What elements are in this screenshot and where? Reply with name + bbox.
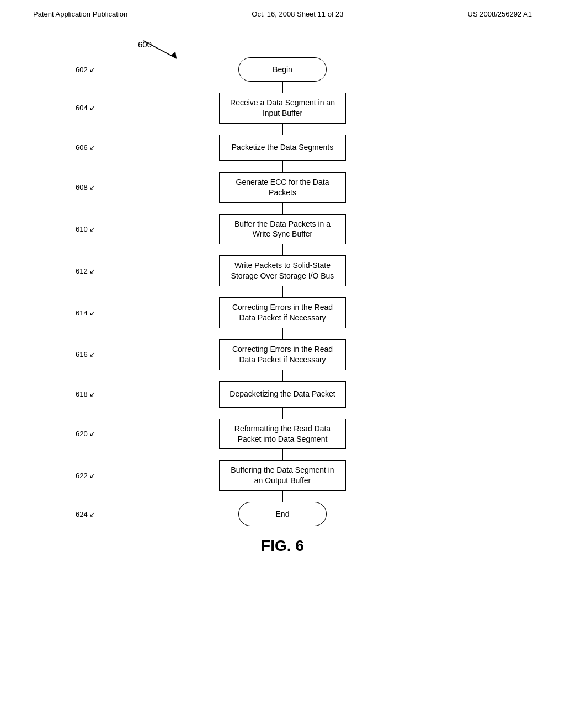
node-box-612: Write Packets to Solid-StateStorage Over… <box>219 255 346 286</box>
label-602: 602 ↙ <box>76 66 95 74</box>
connector-608-610 <box>282 203 283 214</box>
node-box-608: Generate ECC for the DataPackets <box>219 172 346 203</box>
label-622: 622 ↙ <box>76 472 95 480</box>
node-box-614: Correcting Errors in the ReadData Packet… <box>219 297 346 328</box>
header-center: Oct. 16, 2008 Sheet 11 of 23 <box>252 10 343 18</box>
label-612: 612 ↙ <box>76 267 95 275</box>
header-left: Patent Application Publication <box>33 10 127 18</box>
node-624: 624 ↙ End <box>117 502 448 526</box>
label-614: 614 ↙ <box>76 309 95 317</box>
page-header: Patent Application Publication Oct. 16, … <box>0 0 565 24</box>
label-624: 624 ↙ <box>76 510 95 518</box>
connector-606-608 <box>282 161 283 172</box>
connector-612-614 <box>282 286 283 297</box>
label-616: 616 ↙ <box>76 350 95 358</box>
label-620: 620 ↙ <box>76 430 95 438</box>
node-box-616: Correcting Errors in the ReadData Packet… <box>219 339 346 370</box>
node-610: 610 ↙ Buffer the Data Packets in aWrite … <box>117 214 448 245</box>
node-box-624: End <box>238 502 327 526</box>
connector-614-616 <box>282 328 283 339</box>
node-604: 604 ↙ Receive a Data Segment in anInput … <box>117 93 448 124</box>
label-604: 604 ↙ <box>76 104 95 112</box>
node-box-622: Buffering the Data Segment inan Output B… <box>219 460 346 491</box>
node-box-604: Receive a Data Segment in anInput Buffer <box>219 93 346 124</box>
main-content: 600 602 ↙ Begin 604 ↙ Receive a Data Seg… <box>0 24 565 566</box>
node-614: 614 ↙ Correcting Errors in the ReadData … <box>117 297 448 328</box>
connector-622-624 <box>282 491 283 502</box>
label-610: 610 ↙ <box>76 225 95 233</box>
node-602: 602 ↙ Begin <box>117 57 448 82</box>
node-box-618: Depacketizing the Data Packet <box>219 381 346 408</box>
connector-604-606 <box>282 124 283 135</box>
svg-line-0 <box>143 41 177 58</box>
node-616: 616 ↙ Correcting Errors in the ReadData … <box>117 339 448 370</box>
label-608: 608 ↙ <box>76 183 95 191</box>
node-box-606: Packetize the Data Segments <box>219 135 346 161</box>
connector-616-618 <box>282 370 283 381</box>
node-box-610: Buffer the Data Packets in aWrite Sync B… <box>219 214 346 245</box>
node-622: 622 ↙ Buffering the Data Segment inan Ou… <box>117 460 448 491</box>
node-box-602: Begin <box>238 57 327 82</box>
node-608: 608 ↙ Generate ECC for the DataPackets <box>117 172 448 203</box>
node-box-620: Reformatting the Read DataPacket into Da… <box>219 419 346 449</box>
header-right: US 2008/256292 A1 <box>468 10 532 18</box>
flowchart: 602 ↙ Begin 604 ↙ Receive a Data Segment… <box>117 57 448 526</box>
label-606: 606 ↙ <box>76 143 95 152</box>
connector-610-612 <box>282 244 283 255</box>
node-612: 612 ↙ Write Packets to Solid-StateStorag… <box>117 255 448 286</box>
connector-618-620 <box>282 408 283 419</box>
connector-602-604 <box>282 82 283 93</box>
node-606: 606 ↙ Packetize the Data Segments <box>117 135 448 161</box>
label-618: 618 ↙ <box>76 390 95 398</box>
node-620: 620 ↙ Reformatting the Read DataPacket i… <box>117 419 448 449</box>
figure-caption: FIG. 6 <box>33 537 532 555</box>
node-618: 618 ↙ Depacketizing the Data Packet <box>117 381 448 408</box>
connector-620-622 <box>282 449 283 460</box>
